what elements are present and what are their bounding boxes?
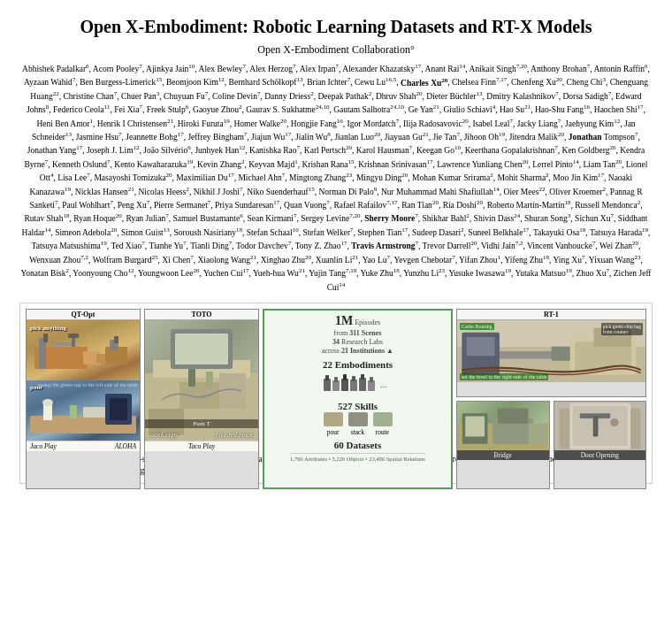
svg-rect-15 — [83, 407, 105, 418]
jaco-play-label: Jaco Play — [30, 442, 57, 450]
svg-rect-28 — [325, 375, 329, 380]
svg-rect-5 — [68, 334, 79, 338]
svg-rect-54 — [529, 424, 547, 444]
labs-stat: 34 Research Labs — [332, 338, 383, 346]
panel-door: Door Opening — [554, 401, 647, 489]
svg-rect-51 — [465, 416, 485, 436]
svg-rect-30 — [334, 377, 338, 382]
svg-rect-57 — [572, 406, 627, 446]
skills-section: 527 Skills pour stack route — [270, 401, 446, 437]
svg-rect-24 — [206, 372, 213, 387]
svg-rect-38 — [370, 377, 373, 382]
svg-rect-59 — [559, 408, 569, 449]
svg-rect-31 — [341, 379, 348, 391]
bridge-label: Bridge — [457, 450, 549, 460]
svg-point-13 — [42, 399, 53, 406]
figure-1: QT-Opt pick anything — [19, 303, 653, 484]
svg-rect-21 — [175, 334, 228, 364]
svg-rect-10 — [114, 336, 118, 343]
svg-rect-2 — [43, 334, 48, 342]
authors-list: Abhishek Padalkar6, Acorn Pooley7, Ajink… — [19, 62, 653, 294]
svg-rect-35 — [359, 378, 366, 391]
episodes-stat: 1M Episodes — [335, 314, 380, 328]
svg-rect-60 — [630, 408, 641, 449]
aloha-label: ALOHA — [115, 442, 136, 450]
panel-rt1: RT-1 — [456, 309, 646, 397]
panel-qt-opt: QT-Opt pick anything — [26, 309, 141, 489]
panel-center-stats: 1M Episodes from 311 Scenes 34 Research … — [263, 309, 453, 489]
svg-rect-43 — [467, 337, 495, 356]
scenes-stat: from 311 Scenes — [334, 329, 382, 337]
institutions-stat: across 21 Institutions ▲ — [322, 347, 393, 355]
svg-rect-62 — [592, 416, 598, 436]
svg-rect-45 — [552, 347, 570, 361]
svg-rect-58 — [610, 418, 618, 426]
svg-rect-27 — [324, 379, 331, 391]
panel-rt1-title: RT-1 — [457, 310, 645, 320]
bridge-door-panels: Bridge — [456, 401, 646, 489]
svg-rect-17 — [110, 398, 127, 420]
datasets-section: 60 Datasets — [334, 440, 381, 450]
svg-rect-3 — [52, 342, 74, 346]
panel-taco: TOTO Push T stack cups pick — [144, 309, 259, 489]
embodiments-section: 22 Embodiments — [270, 359, 446, 398]
svg-rect-44 — [500, 351, 556, 359]
collaboration-label: Open X-Embodiment Collaboration° — [19, 43, 653, 57]
svg-rect-14 — [70, 405, 77, 418]
taco-play-label: Taco Play — [145, 441, 258, 451]
panel-taco-title: TOTO — [145, 310, 258, 320]
svg-rect-23 — [188, 369, 195, 387]
panel-qt-opt-title: QT-Opt — [27, 310, 140, 320]
svg-rect-1 — [39, 338, 46, 369]
panel-bridge: Bridge — [456, 401, 550, 489]
svg-rect-53 — [498, 408, 529, 423]
svg-rect-36 — [361, 374, 364, 380]
paper-title: Open X-Embodiment: Robotic Learning Data… — [19, 16, 653, 38]
svg-rect-25 — [219, 373, 246, 409]
svg-text:...: ... — [380, 380, 387, 389]
svg-rect-34 — [352, 376, 355, 381]
door-opening-label: Door Opening — [554, 450, 646, 460]
svg-rect-32 — [343, 374, 347, 380]
attributes-stat: 1,786 Attributes • 5,226 Objects • 23,48… — [290, 453, 425, 462]
